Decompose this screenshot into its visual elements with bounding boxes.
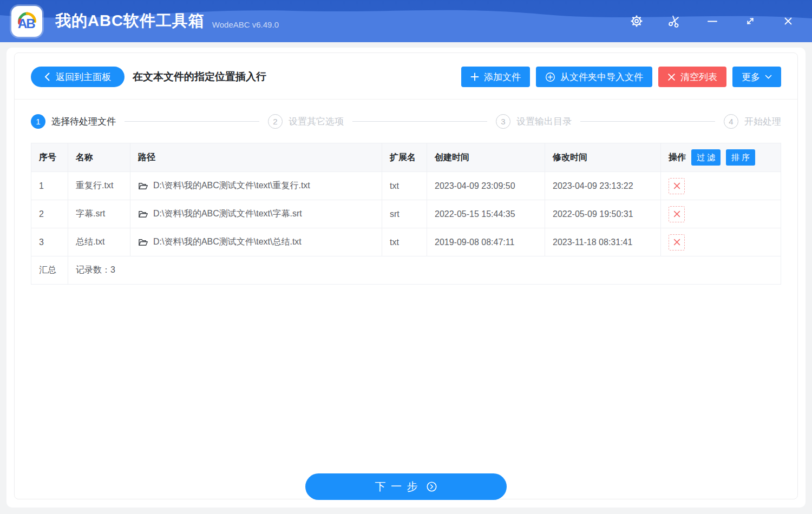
cell-created: 2022-05-15 15:44:35 — [427, 200, 545, 228]
path-text: D:\资料\我的ABC测试文件\text\重复行.txt — [153, 180, 310, 192]
step-1-circle: 1 — [31, 114, 45, 129]
add-files-label: 添加文件 — [484, 71, 521, 83]
app-body: 返回到主面板 在文本文件的指定位置插入行 添加文件 — [0, 42, 812, 514]
step-connector — [580, 121, 715, 122]
col-header-ext: 扩展名 — [382, 143, 427, 172]
next-step-label: 下 一 步 — [375, 479, 418, 494]
step-2-circle: 2 — [268, 114, 283, 129]
col-header-actions: 操作 过 滤 排 序 — [661, 143, 781, 172]
step-4-label: 开始处理 — [744, 115, 781, 128]
cell-name: 字幕.srt — [68, 200, 130, 228]
x-icon — [667, 73, 676, 81]
cell-name: 总结.txt — [68, 228, 130, 256]
scissors-icon[interactable] — [664, 10, 685, 32]
toolbar: 返回到主面板 在文本文件的指定位置插入行 添加文件 — [15, 53, 797, 100]
table-row: 1 重复行.txt D:\资料\我的ABC测试文件\text\重复行.txt — [31, 172, 781, 200]
cell-path: D:\资料\我的ABC测试文件\text\重复行.txt — [130, 172, 382, 200]
delete-row-button[interactable] — [669, 178, 685, 194]
clear-list-label: 清空列表 — [680, 71, 717, 83]
app-logo-icon: AB — [15, 9, 40, 34]
back-to-dashboard-button[interactable]: 返回到主面板 — [31, 67, 125, 87]
cell-actions — [661, 172, 781, 200]
col-header-path: 路径 — [130, 143, 382, 172]
cell-path: D:\资料\我的ABC测试文件\text\字幕.srt — [130, 200, 382, 228]
step-1-select-files: 1 选择待处理文件 — [31, 114, 116, 129]
open-folder-icon — [138, 181, 148, 190]
circle-plus-icon — [545, 72, 555, 82]
cell-ext: srt — [382, 200, 427, 228]
back-button-label: 返回到主面板 — [56, 71, 111, 83]
main-card: 返回到主面板 在文本文件的指定位置插入行 添加文件 — [14, 52, 798, 499]
delete-row-button[interactable] — [669, 206, 685, 222]
app-version: WodeABC v6.49.0 — [212, 20, 279, 29]
circle-arrow-right-icon — [426, 481, 437, 492]
step-connector — [125, 121, 259, 122]
minimize-icon[interactable] — [702, 10, 723, 32]
cell-actions — [661, 228, 781, 256]
summary-value: 记录数：3 — [68, 256, 781, 285]
delete-x-icon — [673, 210, 681, 218]
step-4-start: 4 开始处理 — [724, 114, 781, 129]
open-folder-icon — [138, 209, 148, 219]
app-title: 我的ABC软件工具箱 — [55, 10, 205, 32]
path-text: D:\资料\我的ABC测试文件\text\字幕.srt — [153, 208, 302, 220]
import-from-folder-button[interactable]: 从文件夹中导入文件 — [536, 67, 652, 87]
delete-row-button[interactable] — [669, 234, 685, 251]
path-text: D:\资料\我的ABC测试文件\text\总结.txt — [153, 236, 302, 248]
step-4-circle: 4 — [724, 114, 738, 129]
more-label: 更多 — [742, 71, 760, 83]
svg-text:AB: AB — [18, 16, 35, 31]
delete-x-icon — [673, 238, 681, 246]
table-row: 3 总结.txt D:\资料\我的ABC测试文件\text\总结.txt — [31, 228, 781, 256]
step-2-options: 2 设置其它选项 — [268, 114, 344, 129]
app-logo: AB — [11, 6, 42, 37]
table-row: 2 字幕.srt D:\资料\我的ABC测试文件\text\字幕.srt — [31, 200, 781, 228]
cell-modified: 2023-11-18 08:31:41 — [545, 228, 661, 256]
more-button[interactable]: 更多 — [732, 67, 781, 87]
summary-label: 汇总 — [31, 256, 68, 285]
delete-x-icon — [673, 182, 681, 190]
plus-icon — [470, 73, 479, 81]
titlebar: AB 我的ABC软件工具箱 WodeABC v6.49.0 — [0, 0, 812, 42]
maximize-icon[interactable] — [739, 10, 761, 32]
cell-path: D:\资料\我的ABC测试文件\text\总结.txt — [130, 228, 382, 256]
chevron-down-icon — [765, 75, 772, 80]
sort-button[interactable]: 排 序 — [726, 149, 755, 166]
add-files-button[interactable]: 添加文件 — [461, 67, 530, 87]
cell-modified: 2023-04-09 23:13:22 — [545, 172, 661, 200]
file-table: 序号 名称 路径 扩展名 创建时间 修改时间 操作 过 滤 排 序 — [31, 143, 781, 285]
cell-actions — [661, 200, 781, 228]
chevron-left-icon — [44, 73, 50, 81]
cell-index: 1 — [31, 172, 68, 200]
cell-modified: 2022-05-09 19:50:31 — [545, 200, 661, 228]
col-header-modified: 修改时间 — [545, 143, 661, 172]
cell-ext: txt — [382, 172, 427, 200]
settings-gear-icon[interactable] — [626, 10, 647, 32]
step-progress: 1 选择待处理文件 2 设置其它选项 3 设置输出目录 4 开始处理 — [15, 100, 797, 143]
close-icon[interactable] — [777, 10, 799, 32]
step-3-circle: 3 — [496, 114, 510, 129]
step-3-label: 设置输出目录 — [516, 115, 572, 128]
col-header-index: 序号 — [31, 143, 68, 172]
summary-row: 汇总 记录数：3 — [31, 256, 781, 285]
cell-ext: txt — [382, 228, 427, 256]
step-1-label: 选择待处理文件 — [51, 115, 116, 128]
clear-list-button[interactable]: 清空列表 — [658, 67, 726, 87]
next-step-button[interactable]: 下 一 步 — [305, 473, 507, 500]
cell-created: 2023-04-09 23:09:50 — [427, 172, 545, 200]
open-folder-icon — [138, 238, 148, 247]
table-header-row: 序号 名称 路径 扩展名 创建时间 修改时间 操作 过 滤 排 序 — [31, 143, 781, 172]
toolbar-actions: 添加文件 从文件夹中导入文件 清空列表 — [461, 67, 781, 87]
import-from-folder-label: 从文件夹中导入文件 — [560, 71, 643, 83]
outer-panel: 返回到主面板 在文本文件的指定位置插入行 添加文件 — [6, 48, 806, 508]
window-controls — [626, 10, 812, 32]
filter-button[interactable]: 过 滤 — [691, 149, 721, 166]
cell-index: 3 — [31, 228, 68, 256]
cell-name: 重复行.txt — [68, 172, 130, 200]
cell-created: 2019-09-08 08:47:11 — [427, 228, 545, 256]
page-title: 在文本文件的指定位置插入行 — [133, 70, 266, 84]
actions-header-label: 操作 — [669, 152, 686, 163]
step-2-label: 设置其它选项 — [289, 115, 344, 128]
step-connector — [352, 121, 487, 122]
col-header-created: 创建时间 — [427, 143, 545, 172]
